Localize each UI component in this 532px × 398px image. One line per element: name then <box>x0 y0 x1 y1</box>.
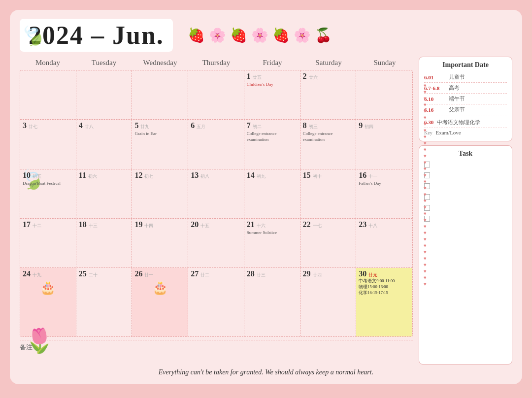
task-item-3 <box>424 183 507 189</box>
cake-icon-24: 🎂 <box>23 280 73 296</box>
cal-cell-21: 21 十六 Summer Solstice <box>244 219 300 267</box>
notes-area: 备注 <box>20 340 413 365</box>
sidebar: ♥ ♥ ♥ ♥ ♥ ♥ ♥ ♥ ♥ ♥ ♥ ♥ ♥ ♥ ♥ ♥ ♥ ♥ ♥ ♥ <box>419 57 512 365</box>
important-date-67: 6.7-6.8 高考 <box>424 83 507 94</box>
cal-cell-1: 1 廿五 Children's Day <box>244 70 300 119</box>
bottom-quote: Everything can't be taken for granted. W… <box>20 365 512 378</box>
task-item-4 <box>424 194 507 200</box>
cal-row-1: 1 廿五 Children's Day 2 廿六 <box>20 70 412 120</box>
important-date-601: 6.01 儿童节 <box>424 72 507 83</box>
cal-cell-30: 30 廿元 中考语文9:00-11:00物理15:00-16:00化学16:15… <box>356 268 412 336</box>
cal-cell-2: 2 廿六 <box>300 70 357 119</box>
cal-cell-15: 15 初十 <box>300 169 357 218</box>
day-monday: Monday <box>20 57 76 69</box>
cal-cell-20: 20 十五 <box>188 219 244 267</box>
cal-cell-26: 26 廿一 🎂 <box>132 268 188 336</box>
cal-cell-5: 5 廿九 Grain in Ear <box>132 120 188 168</box>
cal-row-3: 10 初五 Dragon Boat Festival 11 初六 12 <box>20 169 412 219</box>
cal-cell-13: 13 初八 <box>188 169 244 218</box>
cal-cell-25: 25 二十 <box>76 268 133 336</box>
fruit-icon-6: 🌸 <box>294 27 311 43</box>
fruit-icon-1: 🍓 <box>188 27 205 43</box>
cal-row-4: 17 十二 18 十三 19 十四 <box>20 219 412 268</box>
cal-cell-9: 9 初四 <box>356 120 412 168</box>
task-item-1 <box>424 162 507 167</box>
cal-cell-23: 23 十八 <box>356 219 412 267</box>
header-icons: 🍓 🌸 🍓 🌸 🍓 🌸 🍒 <box>188 27 332 43</box>
cal-cell-7: 7 初二 College entrance examination <box>244 120 300 168</box>
exam-row: 6.30 中考语文物理化学 <box>424 117 507 128</box>
key-row: Key Exam/Love <box>424 128 507 137</box>
cal-cell-10: 10 初五 Dragon Boat Festival <box>20 169 76 218</box>
task-box: Task <box>419 145 512 365</box>
cal-cell-19: 19 十四 <box>132 219 188 267</box>
header: 2024 – Jun. 🍓 🌸 🍓 🌸 🍓 🌸 🍒 <box>20 19 512 52</box>
fruit-icon-3: 🍓 <box>230 27 247 43</box>
task-item-2 <box>424 172 507 178</box>
day-headers: Monday Tuesday Wednesday Thursday Friday… <box>20 57 413 69</box>
content-area: Monday Tuesday Wednesday Thursday Friday… <box>20 57 512 365</box>
cal-cell-16: 16 十一 Father's Day <box>356 169 412 218</box>
day-tuesday: Tuesday <box>76 57 132 69</box>
cal-cell-22: 22 十七 <box>300 219 357 267</box>
hearts-decoration: ♥ ♥ ♥ ♥ ♥ ♥ ♥ ♥ ♥ ♥ ♥ ♥ ♥ ♥ ♥ ♥ ♥ ♥ ♥ ♥ <box>424 83 427 349</box>
cal-cell-29: 29 廿四 <box>300 268 357 336</box>
main-container: 🍃 🍃 2024 – Jun. 🍓 🌸 🍓 🌸 🍓 🌸 🍒 Monday Tue… <box>10 10 522 384</box>
day-thursday: Thursday <box>188 57 244 69</box>
day-saturday: Saturday <box>300 57 357 69</box>
cal-cell-6: 6 五月 <box>188 120 244 168</box>
cal-cell-empty-1 <box>20 70 76 119</box>
cake-icon-26: 🎂 <box>134 280 185 296</box>
cal-cell-12: 12 初七 <box>132 169 188 218</box>
calendar: Monday Tuesday Wednesday Thursday Friday… <box>20 57 413 365</box>
cal-cell-27: 27 廿二 <box>188 268 244 336</box>
important-date-616: 6.16 父亲节 <box>424 104 507 115</box>
cal-cell-11: 11 初六 <box>76 169 133 218</box>
fruit-icon-4: 🌸 <box>251 27 268 43</box>
exam-details: 中考语文9:00-11:00物理15:00-16:00化学16:15-17:15 <box>359 278 410 296</box>
cal-cell-3: 3 廿七 <box>20 120 76 168</box>
cal-cell-8: 8 初三 College entrance examination <box>300 120 357 168</box>
task-title: Task <box>424 150 507 158</box>
cal-cell-14: 14 初九 <box>244 169 300 218</box>
day-friday: Friday <box>244 57 300 69</box>
cal-cell-28: 28 廿三 <box>244 268 300 336</box>
task-item-6 <box>424 216 507 222</box>
important-date-title: Important Date <box>424 61 507 69</box>
cal-row-2: 3 廿七 4 廿八 5 廿九 <box>20 120 412 169</box>
cal-cell-18: 18 十三 <box>76 219 133 267</box>
cal-cell-empty-3 <box>132 70 188 119</box>
cal-row-5: 24 十九 🎂 25 二十 26 廿一 <box>20 268 412 336</box>
cal-cell-empty-5 <box>356 70 412 119</box>
fruit-icon-5: 🍓 <box>272 27 290 43</box>
day-sunday: Sunday <box>357 57 413 69</box>
important-date-610: 6.10 端午节 <box>424 94 507 104</box>
cal-cell-empty-4 <box>188 70 244 119</box>
tulip-decoration: 🌷 <box>25 327 54 355</box>
fruit-icon-7: 🍒 <box>315 27 332 43</box>
day-wednesday: Wednesday <box>132 57 188 69</box>
cal-cell-empty-2 <box>76 70 133 119</box>
important-date-box: Important Date 6.01 儿童节 6.7-6.8 高考 6.10 … <box>419 57 512 141</box>
calendar-grid: 1 廿五 Children's Day 2 廿六 <box>20 70 413 337</box>
cal-cell-4: 4 廿八 <box>76 120 133 168</box>
cal-cell-17: 17 十二 <box>20 219 76 267</box>
fruit-icon-2: 🌸 <box>209 27 226 43</box>
task-item-5 <box>424 205 507 211</box>
cal-cell-24: 24 十九 🎂 <box>20 268 76 336</box>
